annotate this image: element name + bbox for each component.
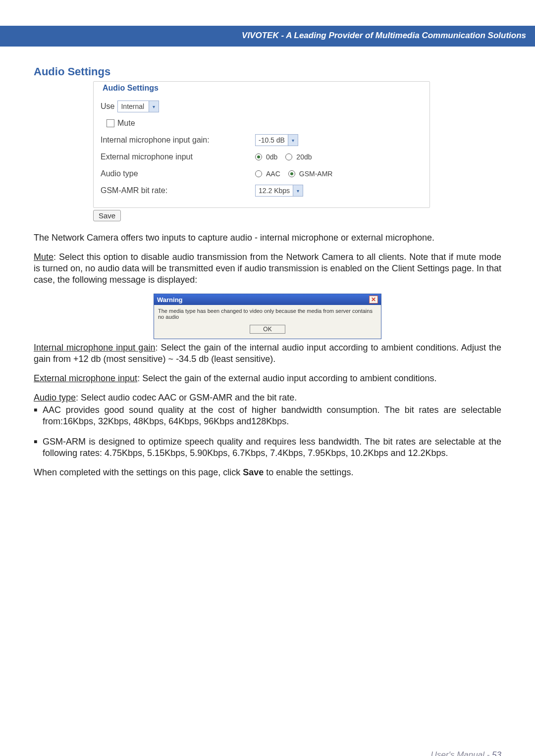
bullet-icon: ■ [34,436,43,459]
header-underline [0,46,535,47]
internal-gain-value: -10.5 dB [256,135,288,146]
page-header: VIVOTEK - A Leading Provider of Multimed… [0,26,535,46]
external-0db-label: 0db [266,153,277,161]
use-select[interactable]: Internal ▾ [117,101,159,112]
ok-button[interactable]: OK [250,325,285,334]
internal-gain-label: Internal microphone input gain: [101,136,255,145]
aac-radio[interactable] [255,170,262,177]
fieldset-legend: Audio Settings [101,84,160,93]
warning-dialog-wrap: Warning ✕ The media type has been change… [34,294,501,339]
atype-rest: : Select audio codec AAC or GSM-AMR and … [76,393,297,403]
paragraph-internal-gain: Internal microphone input gain: Select t… [34,342,501,365]
footer-page-number: 53 [492,750,501,756]
warning-dialog: Warning ✕ The media type has been change… [154,294,381,339]
ext-rest: : Select the gain of the external audio … [137,373,436,383]
final-bold: Save [243,467,264,477]
footer-label: User's Manual - [431,750,492,756]
mute-underline: Mute [34,252,54,262]
chevron-down-icon: ▾ [293,185,303,196]
external-0db-radio[interactable] [255,153,262,160]
paragraph-audio-type: Audio type: Select audio codec AAC or GS… [34,392,501,403]
use-select-value: Internal [118,101,149,112]
paragraph-final: When completed with the settings on this… [34,467,501,478]
dialog-titlebar: Warning ✕ [154,294,381,305]
close-icon[interactable]: ✕ [369,296,378,303]
section-title: Audio Settings [34,65,501,78]
audio-type-row: Audio type AAC GSM-AMR [101,167,423,181]
bullet-icon: ■ [34,404,43,427]
gsm-amr-radio[interactable] [288,170,295,177]
atype-underline: Audio type [34,393,76,403]
bullet-gsm-text: GSM-ARM is designed to optimize speech q… [43,436,501,459]
header-brand-text: VIVOTEK - A Leading Provider of Multimed… [242,31,526,40]
bitrate-value: 12.2 Kbps [256,185,293,196]
gsm-amr-label: GSM-AMR [299,170,333,178]
external-20db-label: 20db [296,153,312,161]
chevron-down-icon: ▾ [288,135,298,146]
mute-checkbox[interactable] [107,119,114,127]
mute-rest: : Select this option to disable audio tr… [34,252,501,285]
audio-type-label: Audio type [101,169,255,178]
external-input-row: External microphone input 0db 20db [101,150,423,164]
dialog-message: The media type has been changed to video… [158,308,377,320]
page-footer: User's Manual - 53 [431,750,501,756]
paragraph-mute: Mute: Select this option to disable audi… [34,252,501,286]
dialog-body: The media type has been changed to video… [154,305,381,339]
bitrate-label: GSM-AMR bit rate: [101,186,255,195]
use-row: Use Internal ▾ [101,100,423,113]
audio-settings-fieldset: Audio Settings Use Internal ▾ Mute Inter… [93,81,430,208]
paragraph-intro: The Network Camera offers two inputs to … [34,232,501,244]
bitrate-row: GSM-AMR bit rate: 12.2 Kbps ▾ [101,184,423,198]
mute-row: Mute [107,116,423,130]
chevron-down-icon: ▾ [149,101,159,112]
intgain-underline: Internal microphone input gain [34,343,155,353]
internal-gain-select[interactable]: -10.5 dB ▾ [255,134,298,146]
internal-gain-row: Internal microphone input gain: -10.5 dB… [101,133,423,147]
ext-underline: External microphone input [34,373,137,383]
paragraph-external-input: External microphone input: Select the ga… [34,373,501,384]
bullet-aac-text: AAC provides good sound quality at the c… [43,404,501,427]
final-pre: When completed with the settings on this… [34,467,243,477]
mute-label: Mute [117,119,135,128]
bitrate-select[interactable]: 12.2 Kbps ▾ [255,185,303,197]
dialog-title-text: Warning [157,296,183,303]
external-20db-radio[interactable] [285,153,292,160]
use-label: Use [101,102,114,111]
final-post: to enable the settings. [264,467,353,477]
bullet-aac: ■ AAC provides good sound quality at the… [34,404,501,427]
aac-label: AAC [266,170,280,178]
save-button[interactable]: Save [93,210,121,221]
external-input-label: External microphone input [101,152,255,161]
bullet-gsm: ■ GSM-ARM is designed to optimize speech… [34,436,501,459]
